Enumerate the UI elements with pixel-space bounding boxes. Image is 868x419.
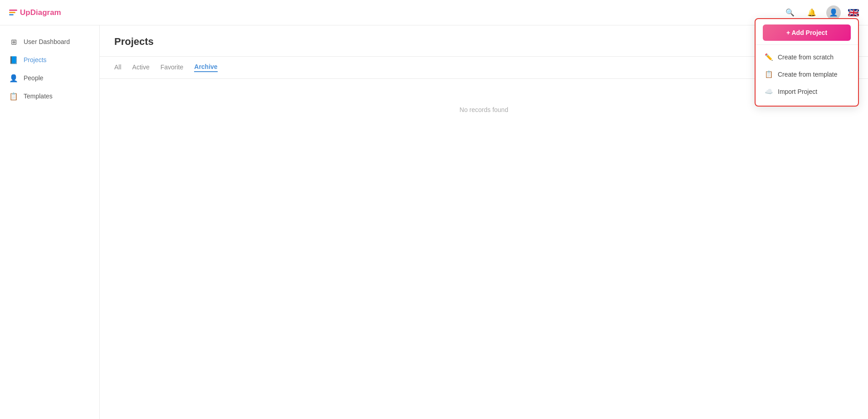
tab-all[interactable]: All [114, 63, 122, 72]
sidebar: ⊞ User Dashboard 📘 Projects 👤 People 📋 T… [0, 25, 100, 419]
logo-diagram: Diagram [30, 8, 61, 17]
logo-icon [9, 10, 17, 15]
pencil-icon: ✏️ [765, 53, 773, 61]
cloud-upload-icon: ☁️ [765, 88, 773, 96]
sidebar-label-user-dashboard: User Dashboard [24, 38, 70, 45]
tab-favorite[interactable]: Favorite [161, 63, 184, 72]
sidebar-label-projects: Projects [24, 56, 47, 63]
main-content: Projects + Add Project All Active Favori… [100, 25, 868, 419]
layout: ⊞ User Dashboard 📘 Projects 👤 People 📋 T… [0, 25, 868, 419]
header: UpDiagram 🔍 🔔 👤 🇬🇧 [0, 0, 868, 25]
sidebar-item-templates[interactable]: 📋 Templates [0, 87, 99, 105]
create-from-scratch-item[interactable]: ✏️ Create from scratch [756, 49, 858, 66]
search-button[interactable]: 🔍 [783, 5, 797, 20]
project-tabs: All Active Favorite Archive [100, 57, 868, 79]
templates-icon: 📋 [9, 92, 18, 101]
notifications-button[interactable]: 🔔 [805, 5, 819, 20]
create-from-template-item[interactable]: 📋 Create from template [756, 66, 858, 83]
logo-text: UpDiagram [20, 8, 61, 17]
add-project-dropdown: + Add Project ✏️ Create from scratch 📋 C… [755, 18, 859, 107]
sidebar-label-templates: Templates [24, 93, 53, 100]
import-project-label: Import Project [778, 88, 817, 95]
sidebar-label-people: People [24, 74, 44, 82]
create-from-scratch-label: Create from scratch [778, 54, 834, 61]
no-records-message: No records found [459, 106, 508, 113]
logo-up: Up [20, 8, 30, 17]
dropdown-divider [756, 44, 858, 45]
sidebar-item-people[interactable]: 👤 People [0, 69, 99, 87]
tab-archive[interactable]: Archive [194, 63, 217, 72]
tab-active[interactable]: Active [132, 63, 150, 72]
sidebar-item-projects[interactable]: 📘 Projects [0, 51, 99, 69]
import-project-item[interactable]: ☁️ Import Project [756, 83, 858, 100]
people-icon: 👤 [9, 73, 18, 83]
sidebar-item-user-dashboard[interactable]: ⊞ User Dashboard [0, 33, 99, 51]
avatar[interactable]: 👤 [826, 5, 841, 20]
language-flag[interactable]: 🇬🇧 [848, 9, 859, 16]
create-from-template-label: Create from template [778, 71, 838, 78]
add-project-dropdown-button[interactable]: + Add Project [763, 24, 851, 41]
dropdown-panel: + Add Project ✏️ Create from scratch 📋 C… [755, 18, 859, 107]
main-header: Projects + Add Project [100, 25, 868, 57]
projects-icon: 📘 [9, 55, 18, 64]
content-area: No records found [100, 79, 868, 141]
dashboard-icon: ⊞ [9, 37, 18, 46]
logo[interactable]: UpDiagram [9, 8, 61, 17]
page-title: Projects [114, 36, 154, 48]
template-icon: 📋 [765, 70, 773, 78]
header-right: 🔍 🔔 👤 🇬🇧 [783, 5, 859, 20]
